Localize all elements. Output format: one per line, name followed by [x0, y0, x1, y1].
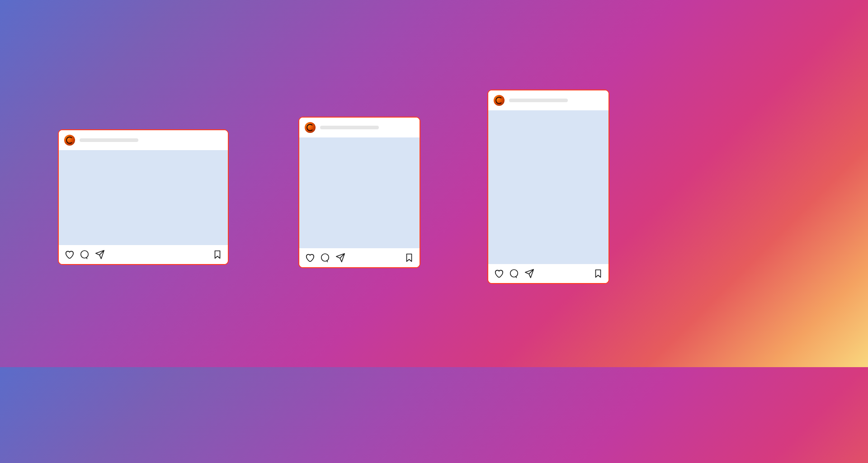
svg-point-2	[510, 269, 518, 277]
bookmark-icon[interactable]	[212, 250, 222, 260]
post-header	[488, 90, 609, 110]
heart-icon[interactable]	[494, 269, 504, 279]
post-actions-bar	[488, 264, 609, 283]
comment-icon[interactable]	[509, 269, 519, 279]
comment-icon[interactable]	[80, 250, 90, 260]
send-icon[interactable]	[95, 250, 105, 260]
post-header	[59, 130, 228, 150]
bookmark-icon[interactable]	[593, 269, 603, 279]
username-placeholder	[80, 138, 138, 142]
brand-avatar-icon[interactable]	[305, 122, 316, 133]
comment-icon[interactable]	[320, 253, 330, 263]
post-card-square	[298, 117, 420, 268]
post-image-area[interactable]	[59, 150, 228, 245]
bookmark-icon[interactable]	[404, 253, 414, 263]
heart-icon[interactable]	[64, 250, 74, 260]
post-header	[299, 118, 420, 137]
heart-icon[interactable]	[305, 253, 315, 263]
post-actions-bar	[59, 245, 228, 264]
post-card-landscape	[58, 129, 229, 265]
post-image-area[interactable]	[299, 137, 420, 248]
svg-point-0	[81, 250, 89, 258]
send-icon[interactable]	[524, 269, 534, 279]
brand-avatar-icon[interactable]	[64, 135, 75, 146]
send-icon[interactable]	[335, 253, 345, 263]
post-image-area[interactable]	[488, 110, 609, 264]
username-placeholder	[509, 99, 568, 102]
brand-avatar-icon[interactable]	[494, 95, 505, 106]
post-card-portrait	[487, 90, 609, 284]
username-placeholder	[320, 126, 379, 129]
post-actions-bar	[299, 248, 420, 267]
svg-point-1	[321, 254, 329, 261]
